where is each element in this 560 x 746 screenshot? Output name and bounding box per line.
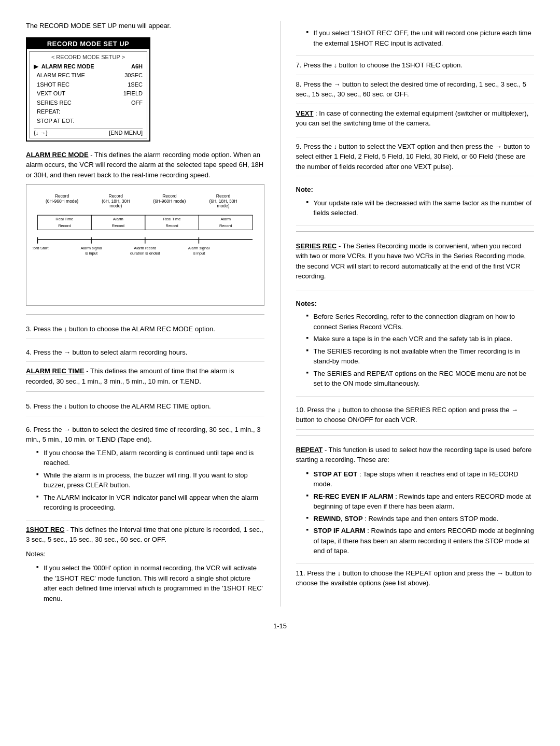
svg-text:(6H-960H mode): (6H-960H mode) xyxy=(46,199,78,204)
menu-row-label: STOP AT EOT. xyxy=(34,117,75,126)
menu-footer-right: [END MENU] xyxy=(109,130,143,136)
bullet-buzzer: While the alarm is in process, the buzze… xyxy=(36,470,264,490)
page-number: 1-15 xyxy=(26,622,534,630)
svg-text:Record: Record xyxy=(165,223,178,228)
menu-row-value: 1SEC xyxy=(128,80,143,90)
notes-label: Notes: xyxy=(26,549,264,559)
svg-text:Alarm signal: Alarm signal xyxy=(80,246,102,250)
menu-row-label: SERIES REC xyxy=(34,98,72,108)
right-notes2-bullet1: Before Series Recording, refer to the co… xyxy=(306,312,535,332)
diagram-svg: Record (6H-960H mode) Record (6H, 18H, 3… xyxy=(33,191,258,298)
menu-row-value: 1FIELD xyxy=(123,89,143,98)
menu-row-vext-out: VEXT OUT 1FIELD xyxy=(34,89,143,98)
right-notes2-bullet3: The SERIES recording is not available wh… xyxy=(306,346,535,367)
right-repeat-rewind-stop-text: : Rewinds tape and then enters STOP mode… xyxy=(365,515,498,523)
right-notes2-bullet4: The SERIES and REPEAT options on the REC… xyxy=(306,369,535,389)
menu-row-repeat: REPEAT: xyxy=(34,107,143,117)
step-6-text: 6. xyxy=(26,426,32,433)
right-vext-term: VEXT xyxy=(296,109,314,117)
svg-text:Alarm: Alarm xyxy=(220,217,231,222)
right-repeat-text: - This function is used to select how th… xyxy=(296,446,532,464)
menu-inner: < RECORD MODE SETUP > ▶ ALARM REC MODE A… xyxy=(29,51,147,138)
right-note-bullet: Your update rate will be decreased with … xyxy=(306,198,535,218)
bullet-tend: If you choose the T.END, alarm recording… xyxy=(36,448,264,468)
step-4-desc: Press the → button to select alarm recor… xyxy=(33,348,187,356)
right-step9-text: 9. Press the ↓ button to select the VEXT… xyxy=(296,143,530,171)
alarm-rec-mode-desc: ALARM REC MODE - This defines the alarm … xyxy=(26,150,264,180)
menu-footer-left: {↓ →} xyxy=(34,130,48,136)
svg-text:Alarm signal: Alarm signal xyxy=(188,246,210,250)
alarm-rec-mode-term: ALARM REC MODE xyxy=(26,151,89,159)
menu-box: RECORD MODE SET UP < RECORD MODE SETUP >… xyxy=(26,37,150,142)
step-4: 4. Press the → button to select alarm re… xyxy=(26,343,264,362)
right-repeat-term: REPEAT xyxy=(296,446,323,454)
step-3: 3. Press the ↓ button to choose the ALAR… xyxy=(26,320,264,339)
menu-row-label: REPEAT: xyxy=(34,107,60,117)
right-step10-text: 10. Press the ↓ button to choose the SER… xyxy=(296,406,519,424)
step-5-desc: Press the ↓ button to choose the ALARM R… xyxy=(33,402,211,410)
right-step8: 8. Press the → button to select the desi… xyxy=(296,75,535,104)
menu-title: RECORD MODE SET UP xyxy=(27,38,149,49)
alarm-rec-time-term: ALARM REC TIME xyxy=(26,367,85,375)
right-1shot-bullets: If you select '1SHOT REC' OFF, the unit … xyxy=(296,28,535,48)
step-4-text: 4. xyxy=(26,348,32,356)
intro-text: The RECORD MODE SET UP menu will appear. xyxy=(26,21,264,31)
right-1shot-off-bullet: If you select '1SHOT REC' OFF, the unit … xyxy=(306,28,535,48)
menu-row-series-rec: SERIES REC OFF xyxy=(34,98,143,108)
right-repeat-re-rec: RE-REC EVEN IF ALARM : Rewinds tape and … xyxy=(306,491,535,512)
right-step9: 9. Press the ↓ button to select the VEXT… xyxy=(296,137,535,177)
alarm-rec-time-desc: ALARM REC TIME - This defines the amount… xyxy=(26,366,264,386)
right-repeat-stop-at-eot-term: STOP AT EOT xyxy=(314,470,358,478)
ishot-rec-term: 1SHOT REC xyxy=(26,526,64,533)
right-notes2: Notes: Before Series Recording, refer to… xyxy=(296,294,535,397)
ishot-bullet-000h: If you select the '000H' option in norma… xyxy=(36,563,264,603)
right-note-title: Note: xyxy=(296,185,535,195)
step-3-text: 3. xyxy=(26,325,32,333)
svg-text:mode): mode) xyxy=(217,203,230,208)
svg-text:is input: is input xyxy=(192,251,205,256)
step-5-text: 5. xyxy=(26,402,32,410)
right-note-bullets: Your update rate will be decreased with … xyxy=(296,198,535,218)
menu-row-value: A6H xyxy=(131,62,143,72)
right-step7-text: 7. Press the ↓ button to choose the 1SHO… xyxy=(296,61,463,69)
step-5: 5. Press the ↓ button to choose the ALAR… xyxy=(26,397,264,416)
step-6-bullets: If you choose the T.END, alarm recording… xyxy=(26,448,264,513)
bullet-alarm-indicator: The ALARM indicator in VCR indicator pan… xyxy=(36,492,264,513)
menu-row-value: OFF xyxy=(131,98,143,108)
menu-row-alarm-rec-mode: ▶ ALARM REC MODE A6H xyxy=(34,62,143,72)
menu-footer: {↓ →} [END MENU] xyxy=(34,128,143,136)
right-note: Note: Your update rate will be decreased… xyxy=(296,180,535,226)
right-step11-text: 11. Press the ↓ button to choose the REP… xyxy=(296,569,532,587)
svg-text:(6H-960H mode): (6H-960H mode) xyxy=(153,199,186,204)
menu-row-alarm-rec-time: ALARM REC TIME 30SEC xyxy=(34,71,143,80)
menu-row-label: ▶ ALARM REC MODE xyxy=(34,62,94,72)
svg-text:Record: Record xyxy=(58,223,71,228)
menu-row-1shot-rec: 1SHOT REC 1SEC xyxy=(34,80,143,90)
menu-row-label: VEXT OUT xyxy=(34,89,65,98)
right-step8-text: 8. Press the → button to select the desi… xyxy=(296,80,526,98)
step-6: 6. Press the → button to select the desi… xyxy=(26,420,264,520)
right-repeat-re-rec-term: RE-REC EVEN IF ALARM xyxy=(314,492,394,500)
right-series-rec-term: SERIES REC xyxy=(296,242,337,250)
svg-text:mode): mode) xyxy=(109,203,122,208)
right-repeat-stop-if-alarm-term: STOP IF ALARM xyxy=(314,527,366,534)
step-3-desc: Press the ↓ button to choose the ALARM R… xyxy=(33,325,215,333)
menu-header: < RECORD MODE SETUP > xyxy=(34,54,143,60)
menu-row-value: 30SEC xyxy=(124,71,143,80)
diagram-container: Record (6H-960H mode) Record (6H, 18H, 3… xyxy=(26,184,264,306)
right-1shot-off: If you select '1SHOT REC' OFF, the unit … xyxy=(296,21,535,56)
menu-row-label: ALARM REC TIME xyxy=(34,71,85,80)
right-repeat-rewind-stop-term: REWIND, STOP xyxy=(314,515,363,523)
right-series-rec: SERIES REC - The Series Recording mode i… xyxy=(296,237,535,290)
right-step7: 7. Press the ↓ button to choose the 1SHO… xyxy=(296,56,535,75)
svg-text:Record Start: Record Start xyxy=(33,246,49,250)
right-repeat-stop-if-alarm: STOP IF ALARM : Rewinds tape and enters … xyxy=(306,526,535,556)
svg-text:is input: is input xyxy=(85,251,98,256)
svg-text:Record: Record xyxy=(112,223,124,228)
svg-text:Real Time: Real Time xyxy=(55,217,73,222)
menu-row-label: 1SHOT REC xyxy=(34,80,69,90)
right-notes2-bullets: Before Series Recording, refer to the co… xyxy=(296,312,535,389)
right-repeat-stop-at-eot: STOP AT EOT : Tape stops when it reaches… xyxy=(306,469,535,489)
right-notes2-title: Notes: xyxy=(296,299,535,309)
ishot-notes-bullets: If you select the '000H' option in norma… xyxy=(26,563,264,603)
